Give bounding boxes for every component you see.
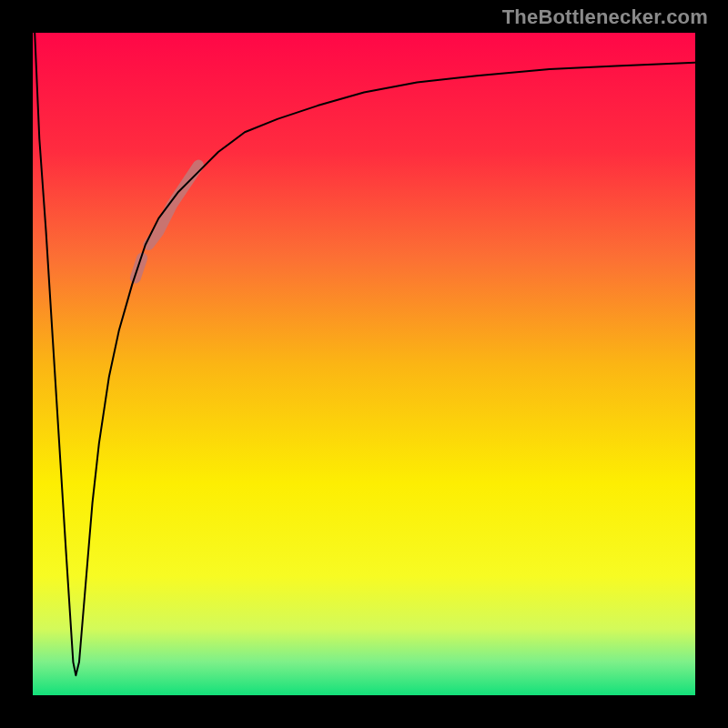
chart-frame: TheBottlenecker.com xyxy=(0,0,728,728)
dot-highlight xyxy=(136,258,142,278)
watermark-text: TheBottlenecker.com xyxy=(502,5,708,29)
plot-area xyxy=(33,33,695,695)
plot-svg xyxy=(33,33,695,695)
gradient-bg xyxy=(33,33,695,695)
